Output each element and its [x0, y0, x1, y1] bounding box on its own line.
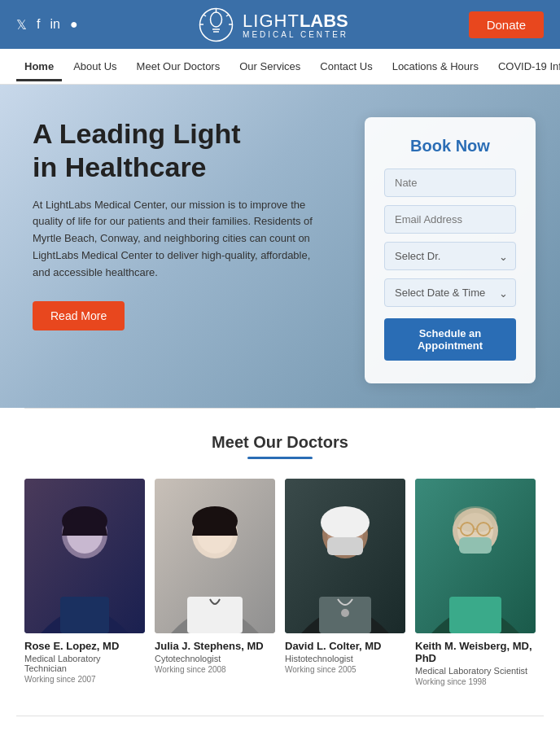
doctor-select-wrapper: Select Dr. ⌄ — [384, 242, 516, 270]
logo-subtitle: MEDICAL CENTER — [243, 30, 348, 39]
doctor-title-2: Cytotechnologist — [155, 654, 275, 663]
doctor-since-3: Working since 2005 — [285, 665, 405, 674]
facebook-icon[interactable]: f — [37, 17, 40, 32]
nav-contact[interactable]: Contact Us — [312, 52, 380, 81]
doctor-card-2: Julia J. Stephens, MD Cytotechnologist W… — [155, 479, 275, 686]
doctor-card-3: David L. Colter, MD Histotechnologist Wo… — [285, 479, 405, 686]
doctor-title-3: Histotechnologist — [285, 654, 405, 663]
linkedin-icon[interactable]: in — [50, 17, 59, 32]
logo-labs: LABS — [300, 11, 348, 32]
hero-heading-line2: in Healthcare — [33, 151, 207, 182]
instagram-icon[interactable]: ● — [70, 17, 78, 32]
name-input[interactable] — [384, 169, 516, 197]
datetime-select-wrapper: Select Date & Time ⌄ — [384, 278, 516, 307]
doctors-underline — [247, 457, 313, 459]
logo-light: LIGHT — [243, 11, 300, 32]
doctor-name-2: Julia J. Stephens, MD — [155, 640, 275, 652]
svg-rect-36 — [449, 597, 501, 633]
datetime-select[interactable]: Select Date & Time — [384, 278, 516, 307]
svg-point-25 — [341, 609, 349, 617]
nav-doctors[interactable]: Meet Our Doctors — [129, 52, 229, 81]
svg-point-0 — [200, 8, 233, 41]
svg-rect-13 — [60, 597, 109, 633]
hero-body: At LightLabs Medical Center, our mission… — [33, 197, 326, 282]
svg-line-5 — [203, 15, 206, 16]
doctor-select[interactable]: Select Dr. — [384, 242, 516, 270]
email-input[interactable] — [384, 205, 516, 234]
doctor-photo-3 — [285, 479, 405, 633]
logo-text: LIGHT LABS MEDICAL CENTER — [243, 11, 348, 39]
donate-button[interactable]: Donate — [469, 11, 544, 38]
read-more-button[interactable]: Read More — [33, 301, 125, 330]
doctor-photo-4 — [415, 479, 536, 633]
main-nav: Home About Us Meet Our Doctors Our Servi… — [0, 49, 560, 85]
svg-point-22 — [321, 506, 370, 539]
doctor-since-2: Working since 2008 — [155, 665, 275, 674]
doctor-title-1: Medical Laboratory Technician — [24, 654, 145, 673]
nav-locations[interactable]: Locations & Hours — [384, 52, 487, 81]
doctor-name-3: David L. Colter, MD — [285, 640, 405, 652]
hero-section: A Leading Light in Healthcare At LightLa… — [0, 85, 560, 408]
svg-point-1 — [211, 12, 222, 27]
doctor-card-4: Keith M. Weisberg, MD, PhD Medical Labor… — [415, 479, 536, 686]
twitter-icon[interactable]: 𝕏 — [16, 17, 27, 33]
nav-covid[interactable]: COVID-19 Information — [490, 52, 560, 81]
services-section: Our Services — [0, 716, 560, 731]
logo-icon — [198, 7, 234, 43]
hero-heading-line1: A Leading Light — [33, 118, 241, 149]
svg-line-6 — [226, 15, 229, 16]
svg-rect-35 — [459, 537, 492, 554]
doctor-card-1: Rose E. Lopez, MD Medical Laboratory Tec… — [24, 479, 145, 686]
schedule-button[interactable]: Schedule an Appointment — [384, 318, 516, 361]
hero-heading: A Leading Light in Healthcare — [33, 117, 326, 184]
logo-area: LIGHT LABS MEDICAL CENTER — [198, 7, 348, 43]
nav-about[interactable]: About Us — [65, 52, 125, 81]
doctors-section: Meet Our Doctors — [0, 409, 560, 703]
doctor-title-4: Medical Laboratory Scientist — [415, 666, 536, 676]
top-bar: 𝕏 f in ● LIGHT LABS MEDICAL CENTER Donat… — [0, 0, 560, 49]
nav-home[interactable]: Home — [16, 52, 62, 81]
book-now-title: Book Now — [384, 137, 516, 155]
hero-content: A Leading Light in Healthcare At LightLa… — [33, 117, 326, 330]
svg-rect-23 — [327, 537, 363, 555]
doctors-section-title: Meet Our Doctors — [16, 433, 544, 452]
doctor-photo-2 — [155, 479, 275, 633]
doctors-grid: Rose E. Lopez, MD Medical Laboratory Tec… — [16, 479, 544, 686]
doctor-since-1: Working since 2007 — [24, 675, 145, 684]
social-icons: 𝕏 f in ● — [16, 17, 78, 33]
doctor-since-4: Working since 1998 — [415, 677, 536, 686]
nav-services[interactable]: Our Services — [231, 52, 308, 81]
book-now-card: Book Now Select Dr. ⌄ Select Date & Time… — [365, 117, 536, 383]
svg-rect-18 — [187, 597, 243, 633]
doctor-photo-1 — [24, 479, 145, 633]
doctor-name-1: Rose E. Lopez, MD — [24, 640, 145, 652]
doctor-name-4: Keith M. Weisberg, MD, PhD — [415, 640, 536, 664]
